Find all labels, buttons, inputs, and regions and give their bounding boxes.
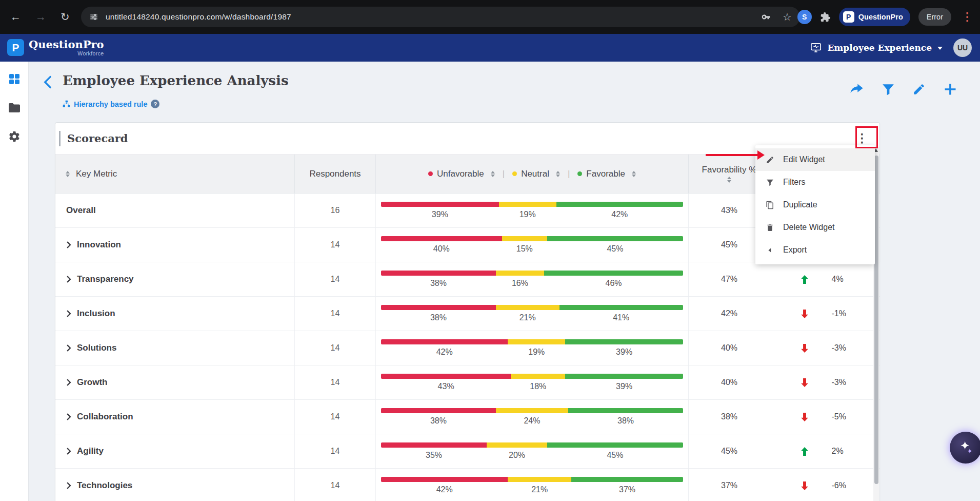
respondents-value: 14 [294, 400, 375, 434]
reload-icon[interactable]: ↻ [61, 11, 70, 23]
hierarchy-icon [63, 100, 70, 108]
sort-icon[interactable] [491, 171, 495, 177]
add-widget-button[interactable] [943, 82, 957, 97]
neutral-bar-segment [508, 477, 571, 482]
favorability-value: 38% [688, 400, 770, 434]
trend-cell: -3% [770, 331, 879, 365]
unfavorable-bar-segment [381, 477, 508, 482]
sort-icon[interactable] [556, 171, 560, 177]
help-question-icon[interactable]: ? [151, 100, 159, 108]
table-row: Agility1435%20%45%45%2% [55, 434, 879, 469]
error-pill[interactable]: Error [918, 8, 951, 26]
expand-chevron-icon[interactable] [66, 276, 71, 283]
password-key-icon[interactable] [761, 12, 771, 22]
questionpro-extension-pill[interactable]: P QuestionPro [839, 8, 910, 26]
chevron-down-icon[interactable] [937, 47, 943, 50]
stacked-bar-cell: 42%19%39% [375, 331, 688, 365]
metric-label: Technologies [77, 480, 132, 491]
neutral-bar-segment [508, 339, 565, 344]
browser-profile-avatar[interactable]: S [797, 10, 812, 24]
stacked-bar-cell: 40%15%45% [375, 228, 688, 262]
trend-value: -3% [832, 378, 849, 387]
neutral-percent-label: 15% [502, 244, 547, 254]
menu-item-export[interactable]: Export [755, 239, 875, 261]
metric-label: Transparency [77, 274, 134, 284]
neutral-dot-icon [512, 171, 517, 176]
menu-item-duplicate[interactable]: Duplicate [755, 194, 875, 216]
browser-menu-icon[interactable]: ⋮ [959, 10, 975, 24]
workspace-selector[interactable]: Employee Experience [827, 43, 932, 53]
hierarchy-rule[interactable]: Hierarchy based rule ? [63, 100, 159, 108]
address-bar[interactable]: untitled148240.questionpro.com/w/dashboa… [81, 7, 800, 27]
menu-item-filters[interactable]: Filters [755, 171, 875, 194]
sidebar-settings-gear-icon[interactable] [8, 130, 21, 143]
favorability-value: 37% [688, 469, 770, 501]
favorability-header: Favorability % [702, 165, 757, 175]
stacked-bar-cell: 43%18%39% [375, 365, 688, 399]
unfavorable-bar-segment [381, 442, 487, 448]
site-info-icon[interactable] [89, 12, 98, 22]
stacked-bar-cell: 38%16%46% [375, 262, 688, 296]
sidebar-dashboards-icon[interactable] [8, 73, 21, 85]
filter-icon [765, 178, 774, 187]
sidebar-folder-icon[interactable] [8, 103, 21, 113]
back-chevron-button[interactable] [42, 75, 53, 91]
table-row: Transparency1438%16%46%47%4% [55, 262, 879, 297]
favorable-percent-label: 42% [556, 210, 683, 219]
menu-item-delete-widget[interactable]: Delete Widget [755, 216, 875, 239]
share-button[interactable] [849, 83, 864, 96]
metric-label: Overall [66, 205, 96, 216]
stacked-bar [381, 202, 683, 207]
app-logo[interactable]: P QuestionPro Workforce [7, 39, 104, 56]
unfavorable-bar-segment [381, 339, 508, 344]
favorable-percent-label: 38% [568, 416, 683, 426]
duplicate-icon [765, 201, 774, 209]
sort-icon[interactable] [632, 171, 636, 177]
metric-cell: Collaboration [55, 400, 294, 434]
expand-chevron-icon[interactable] [66, 448, 71, 455]
filter-button[interactable] [882, 83, 895, 96]
questionpro-logo-icon: P [843, 11, 854, 23]
trend-down-icon [801, 481, 808, 490]
trend-value: -1% [832, 309, 849, 318]
metric-cell: Innovation [55, 228, 294, 262]
trend-cell: -5% [770, 400, 879, 434]
sidebar [0, 62, 29, 501]
stacked-bar [381, 442, 683, 448]
trend-value: -5% [832, 412, 849, 421]
legend-header: Unfavorable | Neutral | Favorable [375, 155, 688, 193]
unfavorable-percent-label: 39% [381, 210, 499, 219]
expand-chevron-icon[interactable] [66, 310, 71, 317]
expand-chevron-icon[interactable] [66, 379, 71, 386]
expand-chevron-icon[interactable] [66, 344, 71, 352]
questionpro-pill-label: QuestionPro [858, 13, 903, 21]
page-title: Employee Experience Analysis [63, 73, 289, 88]
expand-chevron-icon[interactable] [66, 241, 71, 248]
stacked-bar-cell: 38%21%41% [375, 297, 688, 331]
forward-icon[interactable]: → [35, 11, 46, 23]
metric-label: Solutions [77, 343, 116, 353]
favorable-dot-icon [577, 171, 582, 176]
sort-icon[interactable] [727, 177, 731, 183]
expand-chevron-icon[interactable] [66, 482, 71, 489]
metric-cell: Inclusion [55, 297, 294, 331]
widget-title: Scorecard [67, 132, 128, 145]
legend-unfavorable: Unfavorable [428, 169, 495, 179]
table-row: Solutions1442%19%39%40%-3% [55, 331, 879, 365]
back-icon[interactable]: ← [10, 11, 21, 23]
trend-down-icon [801, 310, 808, 318]
respondents-header: Respondents [294, 155, 375, 193]
unfavorable-bar-segment [381, 374, 511, 379]
menu-item-label: Delete Widget [783, 223, 835, 232]
menu-item-edit-widget[interactable]: Edit Widget [755, 148, 875, 171]
expand-chevron-icon[interactable] [66, 413, 71, 420]
user-avatar[interactable]: UU [953, 38, 972, 57]
favorable-bar-segment [544, 271, 683, 276]
edit-dashboard-button[interactable] [912, 83, 926, 96]
sort-icon[interactable] [66, 171, 70, 177]
bookmark-star-icon[interactable]: ☆ [783, 12, 792, 22]
extensions-puzzle-icon[interactable] [820, 12, 831, 23]
trend-cell: -6% [770, 469, 879, 501]
pencil-icon [765, 156, 774, 164]
ai-assistant-button[interactable] [950, 432, 980, 464]
